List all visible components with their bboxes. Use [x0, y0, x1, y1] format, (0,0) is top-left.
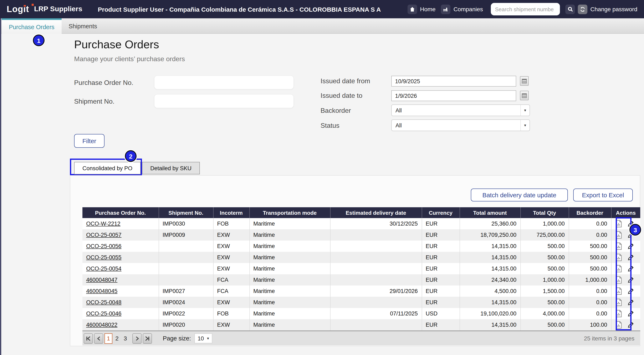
tab-shipments[interactable]: Shipments	[62, 18, 104, 34]
chevron-down-icon[interactable]: ▼	[520, 120, 530, 131]
tab-shipments-label: Shipments	[68, 23, 97, 29]
row-actions	[615, 265, 636, 272]
pdf-icon[interactable]	[615, 265, 622, 272]
cell-amount: 14,315.00	[460, 297, 520, 308]
logo-text: Logit	[7, 4, 29, 14]
cell-currency: USD	[422, 308, 460, 319]
companies-link[interactable]: Companies	[454, 6, 483, 12]
po-link[interactable]: 4600048045	[86, 288, 118, 294]
cell-backorder: 500.00	[569, 263, 611, 274]
cell-shipment	[158, 240, 213, 252]
row-actions	[615, 310, 636, 318]
pdf-icon[interactable]	[615, 298, 622, 306]
issued-to-calendar-button[interactable]	[520, 91, 529, 100]
tab-detailed-by-sku[interactable]: Detailed by SKU	[142, 162, 200, 174]
home-link[interactable]: Home	[420, 6, 436, 12]
cell-shipment: IMP0009	[158, 229, 213, 240]
cell-shipment	[158, 263, 213, 274]
page-size-value: 10	[194, 335, 206, 342]
cell-po: OCO-25-0057	[82, 229, 158, 240]
cell-amount: 14,315.00	[460, 252, 520, 263]
shipment-number-input[interactable]	[154, 94, 294, 108]
edit-pencil-icon[interactable]	[628, 254, 634, 260]
pdf-icon[interactable]	[615, 231, 622, 239]
column-header-po: Purchase Order No.	[82, 207, 158, 218]
pdf-icon[interactable]	[615, 242, 622, 250]
po-link[interactable]: OCO-25-0046	[86, 310, 122, 317]
po-number-input[interactable]	[154, 75, 294, 90]
edit-pencil-icon[interactable]	[628, 277, 634, 283]
issued-to-input[interactable]	[391, 90, 516, 101]
tab-purchase-orders[interactable]: Purchase Orders	[2, 18, 62, 34]
left-edge-stripe	[0, 18, 1, 355]
prev-page-button[interactable]	[94, 333, 103, 344]
cell-mode: Maritime	[249, 308, 330, 319]
cell-mode: Maritime	[249, 218, 330, 229]
cell-mode: Maritime	[249, 297, 330, 308]
next-page-button[interactable]	[132, 333, 142, 344]
status-select[interactable]: All ▼	[391, 120, 530, 131]
cell-shipment	[158, 252, 213, 263]
row-actions	[615, 298, 636, 306]
po-link[interactable]: 4600048047	[86, 277, 118, 283]
cell-currency: EUR	[422, 286, 460, 297]
cell-incoterm: FCA	[213, 286, 249, 297]
page-size-select[interactable]: 10 ▼	[194, 333, 212, 343]
edit-pencil-icon[interactable]	[628, 310, 634, 317]
pdf-icon[interactable]	[615, 321, 622, 329]
filter-button[interactable]: Filter	[74, 134, 104, 148]
pdf-icon[interactable]	[615, 254, 622, 261]
column-header-amount: Total amount	[460, 207, 520, 218]
edit-pencil-icon[interactable]	[628, 322, 634, 328]
cell-incoterm: EXW	[213, 229, 249, 240]
pdf-icon[interactable]	[615, 276, 622, 284]
page-link-2[interactable]: 2	[113, 335, 121, 342]
cell-currency: EUR	[422, 263, 460, 274]
po-link[interactable]: OCO-25-0056	[86, 243, 122, 249]
cell-currency: EUR	[422, 229, 460, 240]
po-link[interactable]: OCO-25-0048	[86, 299, 122, 306]
companies-button[interactable]	[441, 4, 451, 14]
search-input[interactable]	[491, 3, 560, 16]
cell-actions	[611, 308, 640, 319]
cell-backorder: 0.00	[569, 308, 611, 319]
edit-pencil-icon[interactable]	[628, 243, 634, 249]
po-link[interactable]: OCO-25-0057	[86, 232, 122, 238]
cell-eta	[330, 240, 422, 252]
issued-from-calendar-button[interactable]	[520, 76, 529, 86]
po-link[interactable]: 4600048022	[86, 322, 118, 328]
items-summary: 25 items in 3 pages	[584, 335, 634, 342]
backorder-select[interactable]: All ▼	[391, 104, 530, 116]
chevron-down-icon[interactable]: ▼	[206, 336, 212, 340]
cell-mode: Maritime	[249, 229, 330, 240]
edit-pencil-icon[interactable]	[628, 266, 634, 272]
home-button[interactable]	[408, 4, 417, 14]
table-head: Purchase Order No.Shipment No.IncotermTr…	[82, 207, 640, 218]
calendar-icon	[522, 93, 527, 98]
po-link[interactable]: OCO-25-0055	[86, 254, 122, 260]
edit-pencil-icon[interactable]	[628, 299, 634, 306]
pdf-icon[interactable]	[615, 287, 622, 295]
pdf-icon[interactable]	[615, 310, 622, 318]
pdf-icon[interactable]	[615, 220, 622, 228]
cell-qty: 1,500.00	[520, 286, 569, 297]
edit-pencil-icon[interactable]	[628, 288, 634, 294]
search-button[interactable]	[565, 4, 575, 14]
change-password-link[interactable]: Change password	[590, 6, 637, 12]
table-header-row: Purchase Order No.Shipment No.IncotermTr…	[82, 207, 640, 218]
first-page-button[interactable]	[84, 333, 93, 344]
tab-consolidated-by-po[interactable]: Consolidated by PO	[74, 162, 141, 174]
batch-delivery-date-update-button[interactable]: Batch delivery date update	[471, 188, 568, 202]
page-size-label: Page size:	[163, 335, 191, 342]
page-link-3[interactable]: 3	[122, 335, 129, 342]
last-page-button[interactable]	[143, 333, 152, 344]
cell-backorder: 500.00	[569, 240, 611, 252]
po-link[interactable]: OCO-25-0054	[86, 266, 122, 272]
po-link[interactable]: OCO-W-2212	[86, 220, 120, 227]
change-password-button[interactable]	[578, 4, 588, 14]
issued-from-input[interactable]	[391, 76, 516, 86]
chevron-down-icon[interactable]: ▼	[520, 105, 530, 116]
cell-mode: Maritime	[249, 319, 330, 330]
export-to-excel-button[interactable]: Export to Excel	[573, 188, 633, 202]
cell-eta	[330, 252, 422, 263]
